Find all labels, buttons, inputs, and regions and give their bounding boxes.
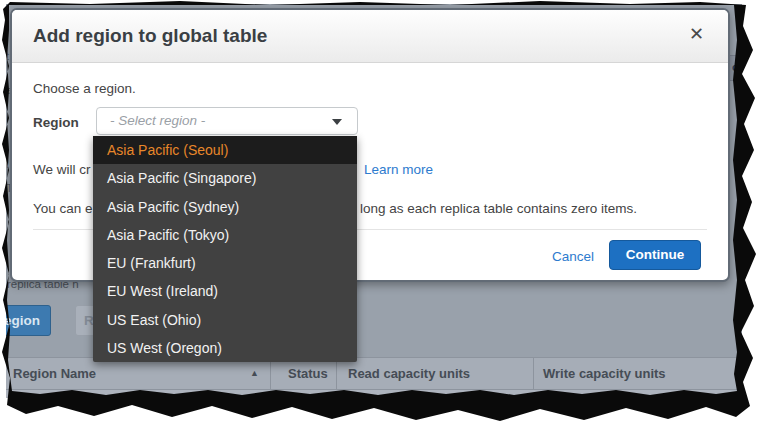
dropdown-item[interactable]: Asia Pacific (Sydney) — [93, 193, 357, 221]
info-line-1-fragment: We will cr — [33, 162, 91, 177]
dropdown-item[interactable]: EU (Frankfurt) — [93, 249, 357, 277]
dropdown-item[interactable]: Asia Pacific (Tokyo) — [93, 221, 357, 249]
info-line-2-text: long as each replica table contains zero… — [360, 201, 637, 216]
dropdown-panel: Asia Pacific (Seoul) Asia Pacific (Singa… — [93, 136, 357, 362]
learn-more-link[interactable]: Learn more — [364, 162, 433, 177]
console-backdrop: replica table n t al I T ce egion Re Reg… — [6, 4, 742, 398]
continue-button[interactable]: Continue — [609, 240, 701, 270]
select-caret-icon — [332, 119, 342, 125]
column-header-read-capacity[interactable]: Read capacity units — [348, 366, 470, 381]
dropdown-item[interactable]: US West (Oregon) — [93, 334, 357, 362]
column-header-status[interactable]: Status — [288, 366, 328, 381]
dropdown-item[interactable]: Asia Pacific (Seoul) — [93, 136, 357, 164]
intro-text: Choose a region. — [33, 81, 136, 96]
sort-ascending-icon[interactable]: ▲ — [250, 368, 259, 378]
screenshot-stage: replica table n t al I T ce egion Re Reg… — [0, 0, 760, 430]
region-select[interactable]: - Select region - — [96, 107, 358, 135]
modal-header: Add region to global table ✕ — [12, 10, 728, 63]
left-edge-fragment: t — [6, 50, 9, 62]
column-divider — [270, 358, 271, 389]
info-line-2-fragment: You can e — [33, 201, 93, 216]
close-icon[interactable]: ✕ — [689, 23, 704, 45]
region-label: Region — [33, 115, 79, 130]
column-header-region-name[interactable]: Region Name — [13, 366, 96, 381]
column-divider — [737, 358, 738, 389]
dropdown-item[interactable]: EU West (Ireland) — [93, 277, 357, 305]
add-region-button-fragment[interactable]: egion — [6, 305, 51, 336]
modal-title: Add region to global table — [33, 25, 267, 47]
dropdown-item[interactable]: Asia Pacific (Singapore) — [93, 164, 357, 192]
table-row-area — [6, 390, 742, 398]
column-divider — [336, 358, 337, 389]
cancel-button[interactable]: Cancel — [552, 249, 594, 264]
column-header-write-capacity[interactable]: Write capacity units — [543, 366, 666, 381]
dropdown-item[interactable]: US East (Ohio) — [93, 306, 357, 334]
column-divider — [533, 358, 534, 389]
select-placeholder: - Select region - — [110, 113, 205, 128]
left-edge-fragment: I — [6, 158, 9, 170]
